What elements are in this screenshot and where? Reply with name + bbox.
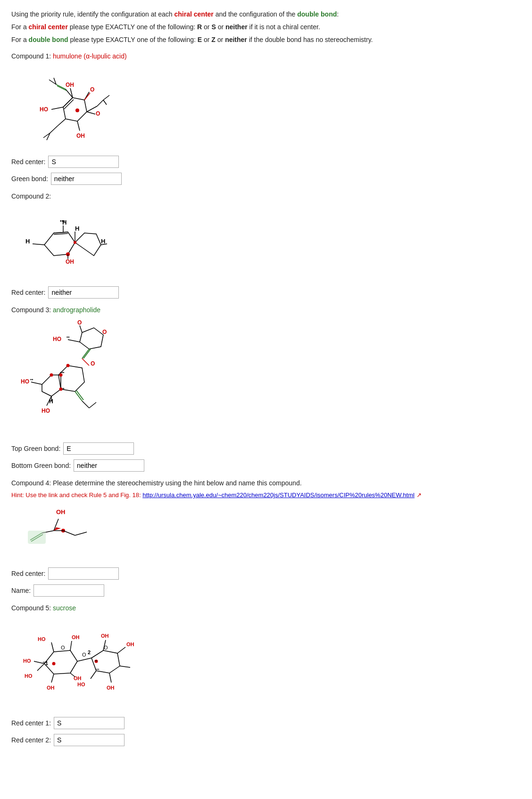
compound4-red-center-label: Red center: — [11, 570, 45, 577]
compound2-svg: H H H H ••• OH — [21, 205, 115, 280]
compound1-green-bond-row: Green bond: — [11, 173, 521, 185]
svg-text:2: 2 — [88, 649, 91, 655]
svg-text:OH: OH — [72, 634, 80, 640]
compound1-section: Compound 1: humulone (α-lupulic acid) OH… — [11, 52, 521, 185]
compound1-red-center-input[interactable] — [48, 156, 119, 168]
compound1-molecule: OH O HO O OH — [21, 65, 521, 151]
svg-text:OH: OH — [126, 641, 134, 647]
svg-line-62 — [82, 401, 89, 408]
svg-marker-45 — [80, 328, 103, 349]
svg-marker-57 — [42, 375, 61, 396]
compound5-red-center1-label: Red center 1: — [11, 719, 51, 727]
svg-text:HO: HO — [77, 682, 85, 687]
svg-text:HO: HO — [38, 636, 46, 642]
svg-line-111 — [120, 666, 130, 667]
chiral-center-term: chiral center — [175, 10, 214, 18]
compound5-red-center1-input[interactable] — [54, 717, 125, 729]
compound3-bottom-green-row: Bottom Green bond: — [11, 459, 521, 472]
compound4-molecule: OH — [21, 505, 521, 563]
svg-line-52 — [82, 349, 89, 358]
compound1-green-bond-input[interactable] — [51, 173, 122, 185]
compound4-hint-link[interactable]: http://ursula.chem.yale.edu/~chem220/che… — [142, 491, 415, 499]
compound4-red-center-row: Red center: — [11, 567, 521, 580]
svg-line-96 — [51, 674, 54, 682]
svg-line-63 — [89, 402, 96, 408]
compound1-red-center-row: Red center: — [11, 156, 521, 168]
compound4-name-row: Name: — [11, 584, 521, 597]
svg-point-88 — [52, 662, 56, 665]
svg-line-12 — [77, 121, 80, 131]
svg-text:H: H — [75, 225, 79, 232]
svg-text:•••: ••• — [43, 660, 47, 664]
svg-line-92 — [51, 642, 54, 652]
svg-line-24 — [58, 119, 66, 126]
svg-line-53 — [83, 349, 91, 358]
compound3-bottom-green-input[interactable] — [74, 459, 144, 472]
compound2-molecule: H H H H ••• OH — [21, 205, 521, 282]
svg-point-74 — [50, 374, 53, 377]
instruction-line3: For a double bond please type EXACTLY on… — [11, 35, 521, 45]
svg-text:••: •• — [95, 658, 98, 663]
svg-line-23 — [103, 100, 107, 105]
compound4-name-input[interactable] — [33, 584, 104, 597]
svg-line-30 — [54, 232, 68, 233]
svg-text:OH: OH — [76, 133, 85, 139]
compound5-svg: O 1 HO HO HO OH ••• O 2 — [21, 616, 153, 711]
compound5-section: Compound 5: sucrose O 1 HO HO HO OH ••• — [11, 604, 521, 746]
compound4-name-label: Name: — [11, 587, 31, 594]
svg-line-114 — [77, 658, 91, 661]
double-bond-term: double bond — [297, 10, 337, 18]
svg-line-107 — [109, 673, 111, 682]
svg-line-22 — [103, 95, 109, 100]
svg-text:O: O — [102, 329, 107, 335]
svg-point-14 — [75, 108, 79, 112]
svg-line-54 — [82, 358, 89, 366]
svg-line-8 — [51, 107, 63, 109]
svg-line-64 — [31, 382, 42, 384]
compound3-top-green-row: Top Green bond: — [11, 442, 521, 455]
svg-text:OH: OH — [66, 258, 74, 265]
svg-line-31 — [54, 233, 68, 234]
svg-line-49 — [68, 340, 80, 342]
svg-text:O: O — [90, 86, 94, 93]
svg-line-119 — [70, 673, 75, 677]
svg-text:••: •• — [30, 377, 33, 382]
compound5-red-center2-input[interactable] — [54, 734, 125, 746]
svg-line-82 — [63, 531, 75, 535]
svg-point-44 — [74, 241, 76, 244]
svg-text:O: O — [82, 652, 86, 658]
svg-text:O: O — [77, 319, 82, 326]
instruction-line2: For a chiral center please type EXACTLY … — [11, 22, 521, 32]
compound3-bottom-green-label: Bottom Green bond: — [11, 462, 71, 469]
chiral-center-term2: chiral center — [29, 23, 68, 31]
compound1-red-center-label: Red center: — [11, 158, 45, 166]
compound2-red-center-input[interactable] — [48, 286, 119, 299]
svg-line-116 — [70, 641, 72, 650]
compound4-section: Compound 4: Please determine the stereoc… — [11, 479, 521, 597]
svg-line-21 — [97, 100, 103, 106]
compound3-section: Compound 3: andrographolide O O HO •• O — [11, 306, 521, 472]
compound1-name: humulone (α-lupulic acid) — [53, 52, 127, 60]
compound3-top-green-input[interactable] — [63, 442, 134, 455]
svg-point-72 — [59, 374, 63, 377]
svg-line-83 — [75, 532, 87, 535]
compound4-hint: Hint: Use the link and check Rule 5 and … — [11, 491, 521, 500]
svg-line-47 — [80, 325, 82, 333]
svg-rect-84 — [28, 531, 46, 544]
svg-line-25 — [50, 126, 58, 133]
svg-text:HO: HO — [21, 378, 29, 385]
svg-text:HO: HO — [25, 673, 33, 679]
svg-marker-0 — [63, 98, 87, 121]
svg-line-105 — [117, 647, 125, 653]
svg-text:HO: HO — [23, 658, 31, 664]
svg-text:HO: HO — [42, 408, 50, 414]
compound2-section: Compound 2: H H H H ••• OH — [11, 192, 521, 299]
svg-text:OH: OH — [47, 685, 55, 691]
compound3-title: Compound 3: andrographolide — [11, 306, 521, 314]
svg-line-16 — [56, 84, 66, 89]
svg-text:••: •• — [66, 335, 69, 340]
svg-text:HO: HO — [53, 336, 61, 342]
compound5-red-center1-row: Red center 1: — [11, 717, 521, 729]
compound5-molecule: O 1 HO HO HO OH ••• O 2 — [21, 616, 521, 712]
compound4-red-center-input[interactable] — [48, 567, 119, 580]
